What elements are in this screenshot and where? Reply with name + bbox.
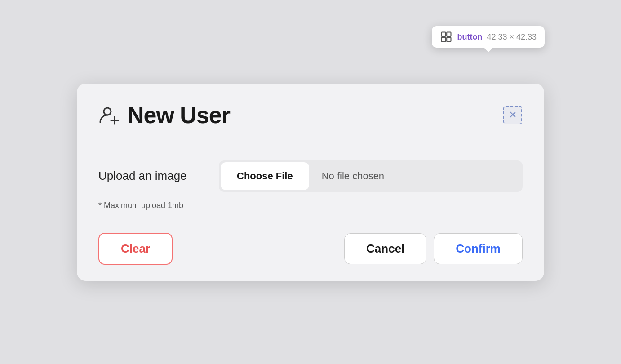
tooltip-arrow xyxy=(484,48,493,52)
svg-rect-2 xyxy=(442,37,446,41)
tooltip-overlay: button 42.33 × 42.33 xyxy=(432,26,545,48)
no-file-text: No file chosen xyxy=(311,162,395,190)
footer-right-buttons: Cancel Confirm xyxy=(344,233,523,264)
title-row: New User xyxy=(98,102,230,129)
max-upload-note: * Maximum upload 1mb xyxy=(98,201,523,210)
svg-point-4 xyxy=(104,108,111,115)
tooltip-type-label: button xyxy=(457,32,482,42)
tooltip-dimensions: 42.33 × 42.33 xyxy=(487,32,537,42)
close-button[interactable]: ✕ xyxy=(503,105,523,125)
dialog-footer: Clear Cancel Confirm xyxy=(77,224,544,281)
new-user-dialog: New User ✕ Upload an image Choose File N… xyxy=(77,84,544,281)
close-button-inner: ✕ xyxy=(503,106,522,124)
svg-rect-0 xyxy=(442,32,446,36)
file-input-container: Choose File No file chosen xyxy=(219,160,523,192)
confirm-button[interactable]: Confirm xyxy=(434,233,523,264)
dialog-title: New User xyxy=(127,102,230,129)
choose-file-button[interactable]: Choose File xyxy=(221,162,309,190)
cancel-button[interactable]: Cancel xyxy=(344,233,426,264)
upload-label: Upload an image xyxy=(98,169,206,183)
tooltip-button-icon xyxy=(440,31,452,43)
user-plus-icon xyxy=(98,104,120,126)
close-x-icon: ✕ xyxy=(509,110,517,120)
svg-rect-1 xyxy=(447,32,451,36)
upload-row: Upload an image Choose File No file chos… xyxy=(98,160,523,192)
svg-rect-3 xyxy=(447,37,451,41)
clear-button[interactable]: Clear xyxy=(98,233,173,265)
dialog-header: New User ✕ xyxy=(77,84,544,142)
dialog-body: Upload an image Choose File No file chos… xyxy=(77,142,544,224)
